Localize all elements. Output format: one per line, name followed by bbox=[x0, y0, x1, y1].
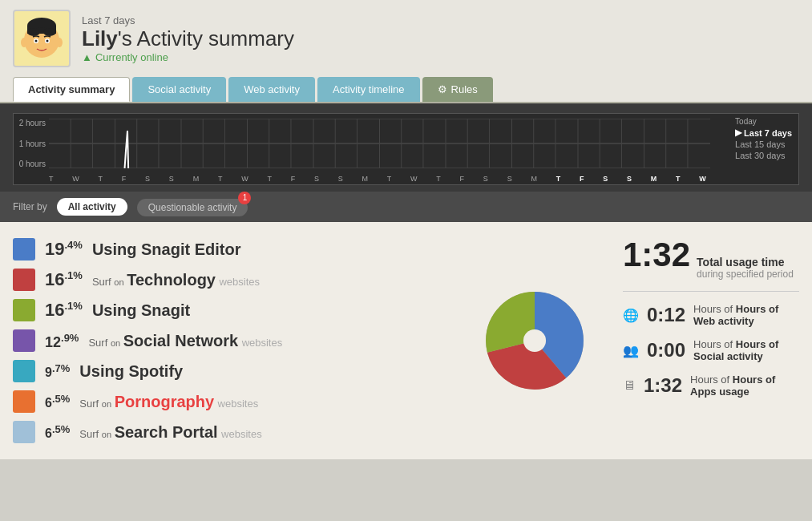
header-text: Last 7 days Lily's Activity summary ▲ Cu… bbox=[82, 14, 294, 63]
user-name: Lily bbox=[82, 26, 118, 50]
color-swatch bbox=[13, 390, 35, 413]
activity-list: 19.4% Using Snagit Editor 16.1% Surf on … bbox=[13, 238, 454, 443]
list-item: 9.7% Using Spotify bbox=[13, 360, 454, 382]
y-axis-labels: 2 hours 1 hours 0 hours bbox=[14, 119, 49, 168]
filter-questionable-activity[interactable]: Questionable activity bbox=[137, 199, 248, 216]
list-item: 12.9% Surf on Social Network websites bbox=[13, 329, 454, 352]
questionable-badge: 1 bbox=[238, 192, 251, 204]
total-usage: 1:32 Total usage time during specified p… bbox=[623, 238, 799, 280]
filter-label: Filter by bbox=[13, 201, 47, 212]
last15-option[interactable]: Last 15 days bbox=[735, 139, 792, 149]
cloud-icon: ▲ bbox=[82, 51, 92, 63]
pct-display: 6.5% bbox=[45, 394, 70, 410]
svg-point-9 bbox=[46, 40, 49, 42]
name-line: Lily's Activity summary bbox=[82, 26, 294, 51]
pie-chart bbox=[475, 281, 595, 401]
pct-display: 19.4% bbox=[45, 240, 83, 258]
color-swatch bbox=[13, 299, 35, 321]
social-activity-stat: 👥 0:00 Hours of Hours of Social activity bbox=[623, 338, 799, 362]
header: Last 7 days Lily's Activity summary ▲ Cu… bbox=[0, 0, 812, 77]
people-icon: 👥 bbox=[623, 343, 639, 358]
gear-icon: ⚙ bbox=[438, 83, 447, 95]
filter-questionable-wrapper: Questionable activity1 bbox=[137, 201, 248, 213]
svg-point-52 bbox=[523, 329, 546, 352]
list-item: 19.4% Using Snagit Editor bbox=[13, 238, 454, 260]
color-swatch bbox=[13, 360, 35, 382]
filter-all-activity[interactable]: All activity bbox=[57, 198, 127, 216]
pie-chart-area bbox=[471, 238, 599, 443]
x-axis-labels: TWTFSSMTWTFSSMTWTFSSMTFSSMTW bbox=[49, 175, 706, 183]
monitor-icon: 🖥 bbox=[623, 378, 636, 393]
list-item: 6.5% Surf on Pornography websites bbox=[13, 390, 454, 413]
divider bbox=[623, 291, 799, 292]
stats-panel: 1:32 Total usage time during specified p… bbox=[615, 238, 799, 443]
tab-web-activity[interactable]: Web activity bbox=[228, 77, 315, 102]
svg-point-8 bbox=[35, 40, 38, 42]
tabs-bar: Activity summary Social activity Web act… bbox=[0, 77, 812, 103]
list-item: 16.1% Surf on Technology websites bbox=[13, 269, 454, 291]
page-title: 's Activity summary bbox=[118, 26, 294, 50]
apps-usage-stat: 🖥 1:32 Hours of Hours of Apps usage bbox=[623, 374, 799, 398]
last30-option[interactable]: Last 30 days bbox=[735, 151, 792, 160]
svg-point-11 bbox=[56, 38, 63, 47]
pct-display: 6.5% bbox=[45, 424, 70, 440]
today-label[interactable]: Today bbox=[735, 117, 792, 126]
color-swatch bbox=[13, 269, 35, 291]
tab-rules[interactable]: ⚙ Rules bbox=[422, 77, 493, 102]
svg-point-10 bbox=[21, 38, 27, 47]
triangle-icon: ▶ bbox=[735, 127, 741, 138]
globe-icon: 🌐 bbox=[623, 308, 639, 323]
tab-activity-summary[interactable]: Activity summary bbox=[13, 77, 130, 102]
tab-activity-timeline[interactable]: Activity timeline bbox=[317, 77, 420, 102]
list-item: 6.5% Surf on Search Portal websites bbox=[13, 421, 454, 443]
time-range-selector: Today ▶ Last 7 days Last 15 days Last 30… bbox=[735, 117, 792, 160]
chart-container: 2 hours 1 hours 0 hours bbox=[13, 113, 799, 185]
period-label: Last 7 days bbox=[82, 14, 294, 26]
filter-bar: Filter by All activity Questionable acti… bbox=[0, 192, 812, 222]
chart-area: 2 hours 1 hours 0 hours bbox=[0, 103, 812, 192]
svg-point-5 bbox=[43, 28, 56, 36]
avatar bbox=[13, 10, 71, 67]
tab-social-activity[interactable]: Social activity bbox=[132, 77, 226, 102]
list-item: 16.1% Using Snagit bbox=[13, 299, 454, 321]
pct-display: 9.7% bbox=[45, 363, 70, 379]
online-status: ▲ Currently online bbox=[82, 51, 294, 63]
main-content: 19.4% Using Snagit Editor 16.1% Surf on … bbox=[0, 222, 812, 459]
color-swatch bbox=[13, 329, 35, 352]
pct-display: 16.1% bbox=[45, 301, 83, 319]
web-activity-stat: 🌐 0:12 Hours of Hours of Web activity bbox=[623, 303, 799, 327]
color-swatch bbox=[13, 421, 35, 443]
color-swatch bbox=[13, 238, 35, 260]
last7-option[interactable]: ▶ Last 7 days bbox=[735, 127, 792, 138]
chart-inner bbox=[49, 119, 710, 168]
pct-display: 16.1% bbox=[45, 270, 83, 289]
pct-display: 12.9% bbox=[45, 333, 79, 349]
